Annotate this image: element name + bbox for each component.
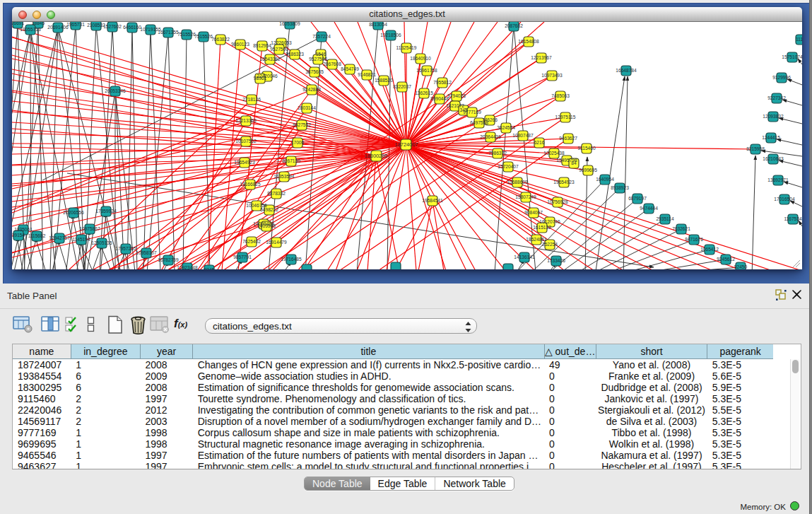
svg-text:12975115: 12975115: [555, 115, 576, 119]
svg-text:9242848: 9242848: [302, 87, 321, 92]
svg-text:7485063: 7485063: [551, 93, 570, 98]
svg-text:8813054: 8813054: [369, 22, 387, 27]
svg-text:8878332: 8878332: [267, 191, 286, 196]
svg-text:19716485: 19716485: [281, 257, 302, 262]
svg-text:15720407: 15720407: [498, 164, 519, 169]
svg-text:17359924: 17359924: [95, 209, 117, 214]
svg-text:84: 84: [571, 160, 577, 165]
svg-text:19055713: 19055713: [20, 27, 41, 32]
svg-text:16961758: 16961758: [416, 68, 437, 73]
svg-text:10025438: 10025438: [543, 151, 565, 156]
svg-text:18724007: 18724007: [395, 141, 418, 148]
svg-text:8267130: 8267130: [282, 158, 300, 163]
svg-text:98961: 98961: [254, 76, 267, 81]
svg-text:12213967: 12213967: [531, 55, 552, 60]
svg-text:1588520: 1588520: [375, 78, 393, 83]
svg-text:9527508: 9527508: [309, 57, 327, 62]
svg-text:8938923: 8938923: [611, 185, 629, 190]
svg-text:1115682: 1115682: [28, 233, 46, 238]
svg-text:9474444: 9474444: [640, 206, 658, 211]
svg-text:252254: 252254: [542, 242, 558, 247]
svg-text:19654923: 19654923: [553, 180, 575, 185]
svg-text:15751074: 15751074: [782, 54, 802, 59]
svg-text:9463627: 9463627: [559, 136, 577, 141]
svg-text:8454749: 8454749: [341, 66, 359, 71]
svg-text:26691: 26691: [12, 22, 24, 25]
svg-text:16648784: 16648784: [616, 68, 637, 73]
svg-text:10107552: 10107552: [235, 139, 257, 144]
svg-text:20364436: 20364436: [480, 134, 501, 139]
svg-text:19218506: 19218506: [380, 33, 401, 37]
svg-text:8471676: 8471676: [685, 237, 703, 242]
svg-text:9115460: 9115460: [577, 146, 596, 151]
svg-text:7515526: 7515526: [177, 32, 196, 37]
svg-text:9857791: 9857791: [233, 255, 252, 259]
svg-text:17957255: 17957255: [115, 246, 136, 251]
svg-text:9794028: 9794028: [447, 93, 466, 98]
svg-text:2935114: 2935114: [656, 216, 674, 221]
svg-text:7625402: 7625402: [242, 239, 261, 244]
svg-text:9245: 9245: [204, 267, 215, 269]
svg-text:18845: 18845: [32, 22, 45, 25]
svg-text:1145194: 1145194: [72, 237, 90, 242]
svg-text:16671355: 16671355: [158, 30, 179, 35]
svg-text:1065412: 1065412: [700, 247, 719, 252]
svg-text:8990448: 8990448: [430, 96, 449, 101]
svg-text:10973493: 10973493: [541, 73, 563, 78]
svg-text:9777169: 9777169: [463, 110, 481, 115]
svg-text:7632621: 7632621: [672, 226, 690, 231]
svg-text:1615132: 1615132: [533, 225, 551, 230]
svg-text:7955812: 7955812: [433, 80, 452, 85]
svg-text:6466160: 6466160: [123, 25, 141, 30]
svg-text:7986372: 7986372: [488, 151, 507, 156]
svg-text:10807487: 10807487: [512, 133, 534, 138]
svg-text:8322037: 8322037: [393, 84, 411, 89]
svg-text:14136141: 14136141: [514, 255, 535, 259]
svg-text:6216: 6216: [534, 140, 545, 145]
svg-text:15807249: 15807249: [515, 194, 536, 199]
svg-text:19654923: 19654923: [234, 160, 255, 165]
svg-text:2867608: 2867608: [323, 62, 341, 66]
svg-text:26053346: 26053346: [105, 88, 126, 93]
svg-text:16914479: 16914479: [266, 240, 287, 245]
svg-text:16120746: 16120746: [539, 219, 560, 224]
svg-text:6879197: 6879197: [628, 196, 647, 201]
svg-text:18524861: 18524861: [526, 237, 547, 242]
svg-text:8215958: 8215958: [746, 146, 765, 151]
svg-text:2718126: 2718126: [242, 97, 261, 102]
svg-text:9527500: 9527500: [270, 47, 288, 52]
svg-text:16154808: 16154808: [518, 39, 539, 44]
svg-text:9084067: 9084067: [524, 210, 543, 215]
svg-text:13692971: 13692971: [767, 177, 789, 182]
svg-text:12923448: 12923448: [177, 265, 198, 269]
svg-text:1244415: 1244415: [762, 135, 780, 140]
svg-text:1965731: 1965731: [66, 22, 85, 27]
svg-text:2087682: 2087682: [505, 23, 523, 28]
svg-text:11353594: 11353594: [274, 174, 295, 179]
svg-text:9699695: 9699695: [579, 168, 597, 173]
svg-text:11325419: 11325419: [396, 45, 417, 50]
svg-text:7515526: 7515526: [194, 34, 213, 39]
svg-text:1733426: 1733426: [547, 258, 565, 263]
svg-text:12942757: 12942757: [49, 235, 70, 240]
svg-text:1546: 1546: [316, 52, 326, 57]
svg-text:9146821: 9146821: [358, 72, 376, 77]
svg-text:1835061: 1835061: [14, 227, 33, 232]
svg-text:39154: 39154: [12, 233, 25, 238]
svg-text:10975867: 10975867: [79, 226, 100, 231]
svg-text:19584541: 19584541: [422, 198, 443, 203]
svg-text:10958107: 10958107: [136, 250, 157, 255]
svg-text:746266: 746266: [482, 117, 498, 122]
svg-text:8427552: 8427552: [293, 122, 311, 127]
svg-text:12226053: 12226053: [271, 40, 292, 45]
svg-text:16782759: 16782759: [158, 257, 179, 262]
svg-text:1362615: 1362615: [415, 90, 433, 95]
svg-text:17016504: 17016504: [774, 197, 795, 201]
svg-text:16053809: 16053809: [279, 22, 300, 26]
svg-text:16210643: 16210643: [763, 156, 784, 161]
svg-text:3875685: 3875685: [305, 69, 324, 74]
svg-text:1112: 1112: [796, 37, 802, 42]
svg-text:18300295: 18300295: [365, 153, 388, 159]
svg-text:9245612: 9245612: [717, 257, 735, 262]
svg-text:10756928: 10756928: [547, 199, 568, 204]
